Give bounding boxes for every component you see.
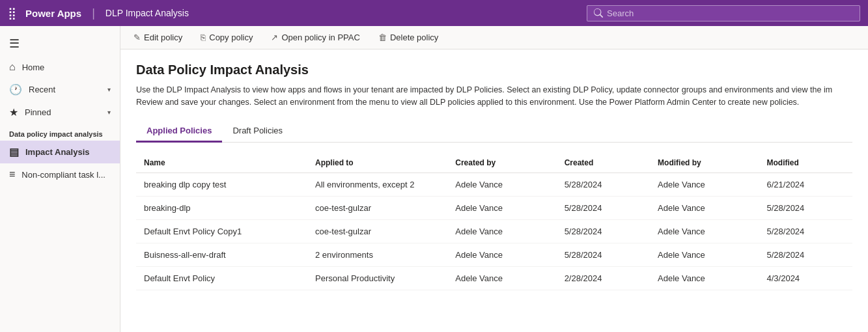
cell-name: Default Envt Policy Copy1 (136, 219, 307, 243)
page-title-nav: DLP Impact Analysis (105, 8, 189, 18)
cell-name[interactable]: breaking dlp copy test (136, 173, 307, 196)
open-ppac-icon: ↗ (271, 33, 278, 42)
edit-icon: ✎ (133, 33, 141, 42)
main-layout: ☰ ⌂ Home 🕐 Recent ▾ ★ Pinned ▾ Data poli… (0, 26, 868, 332)
cell-created-by: Adele Vance (447, 243, 556, 266)
toolbar: ✎ Edit policy ⎘ Copy policy ↗ Open polic… (120, 26, 868, 49)
cell-created: 2/28/2024 (557, 266, 650, 290)
cell-created: 5/28/2024 (557, 243, 650, 266)
open-policy-ppac-button[interactable]: ↗ Open policy in PPAC (268, 31, 362, 44)
sidebar-item-pinned[interactable]: ★ Pinned ▾ (0, 101, 120, 124)
chevron-down-icon-pinned: ▾ (107, 109, 111, 116)
cell-applied-to[interactable]: Personal Productivity (307, 266, 447, 290)
delete-policy-label: Delete policy (390, 33, 438, 42)
cell-created-by: Adele Vance (447, 219, 556, 243)
pinned-icon: ★ (9, 106, 18, 118)
hamburger-button[interactable]: ☰ (0, 31, 120, 56)
cell-created-by: Adele Vance (447, 196, 556, 219)
col-header-name: Name (136, 153, 307, 173)
edit-policy-button[interactable]: ✎ Edit policy (131, 31, 185, 44)
cell-modified: 5/28/2024 (759, 219, 852, 243)
table-row: Buisness-all-env-draft2 environmentsAdel… (136, 243, 852, 266)
page-title: Data Policy Impact Analysis (136, 62, 852, 77)
cell-modified-by: Adele Vance (650, 219, 759, 243)
table-row: Default Envt Policy Copy1coe-test-gulzar… (136, 219, 852, 243)
tab-draft-policies[interactable]: Draft Policies (222, 120, 293, 143)
search-input[interactable] (607, 8, 853, 18)
cell-applied-to: coe-test-gulzar (307, 196, 447, 219)
impact-analysis-icon: ▤ (9, 146, 19, 158)
chevron-down-icon: ▾ (107, 86, 111, 93)
copy-icon: ⎘ (201, 33, 206, 42)
cell-created: 5/28/2024 (557, 173, 650, 196)
top-nav: ⣿ Power Apps | DLP Impact Analysis (0, 0, 868, 26)
cell-created: 5/28/2024 (557, 196, 650, 219)
delete-policy-button[interactable]: 🗑 Delete policy (376, 31, 441, 44)
col-header-applied: Applied to (307, 153, 447, 173)
search-icon (594, 8, 603, 18)
page-description: Use the DLP Impact Analysis to view how … (136, 84, 852, 109)
cell-applied-to[interactable]: All environments, except 2 (307, 173, 447, 196)
recent-icon: 🕐 (9, 83, 22, 96)
tab-applied-policies[interactable]: Applied Policies (136, 120, 222, 143)
sidebar-recent-label: Recent (29, 85, 101, 94)
cell-modified: 6/21/2024 (759, 173, 852, 196)
app-name: Power Apps (25, 8, 81, 19)
main-content: ✎ Edit policy ⎘ Copy policy ↗ Open polic… (120, 26, 868, 332)
cell-modified-by: Adele Vance (650, 173, 759, 196)
copy-policy-label: Copy policy (209, 33, 253, 42)
sidebar-item-home[interactable]: ⌂ Home (0, 56, 120, 78)
open-ppac-label: Open policy in PPAC (281, 33, 359, 42)
table-row: Default Envt PolicyPersonal Productivity… (136, 266, 852, 290)
sidebar-section-label: Data policy impact analysis (0, 124, 120, 141)
sidebar-item-impact-analysis[interactable]: ▤ Impact Analysis (0, 141, 120, 163)
non-compliant-icon: ≡ (9, 169, 15, 180)
cell-name: Buisness-all-env-draft (136, 243, 307, 266)
sidebar-home-label: Home (22, 62, 111, 72)
cell-modified: 5/28/2024 (759, 196, 852, 219)
cell-modified-by: Adele Vance (650, 266, 759, 290)
copy-policy-button[interactable]: ⎘ Copy policy (198, 31, 255, 44)
col-header-modified: Modified (759, 153, 852, 173)
cell-modified-by: Adele Vance (650, 243, 759, 266)
col-header-createdby: Created by (447, 153, 556, 173)
policies-table: Name Applied to Created by Created Modif… (136, 153, 852, 290)
delete-icon: 🗑 (378, 33, 387, 42)
tabs-bar: Applied Policies Draft Policies (136, 120, 852, 143)
cell-name[interactable]: breaking-dlp (136, 196, 307, 219)
cell-modified: 5/28/2024 (759, 243, 852, 266)
edit-policy-label: Edit policy (144, 33, 182, 42)
cell-applied-to: coe-test-gulzar (307, 219, 447, 243)
cell-created: 5/28/2024 (557, 219, 650, 243)
home-icon: ⌂ (9, 61, 16, 73)
cell-created-by: Adele Vance (447, 173, 556, 196)
page-body: Data Policy Impact Analysis Use the DLP … (120, 49, 868, 332)
cell-modified-by: Adele Vance (650, 196, 759, 219)
col-header-created: Created (557, 153, 650, 173)
sidebar-item-recent[interactable]: 🕐 Recent ▾ (0, 78, 120, 101)
cell-name: Default Envt Policy (136, 266, 307, 290)
cell-applied-to: 2 environments (307, 243, 447, 266)
cell-created-by: Adele Vance (447, 266, 556, 290)
cell-modified: 4/3/2024 (759, 266, 852, 290)
sidebar-pinned-label: Pinned (25, 107, 101, 117)
col-header-modifiedby: Modified by (650, 153, 759, 173)
search-bar[interactable] (587, 5, 860, 21)
table-row: breaking-dlpcoe-test-gulzarAdele Vance5/… (136, 196, 852, 219)
sidebar: ☰ ⌂ Home 🕐 Recent ▾ ★ Pinned ▾ Data poli… (0, 26, 120, 332)
waffle-icon[interactable]: ⣿ (8, 6, 16, 20)
sidebar-impact-label: Impact Analysis (25, 147, 111, 157)
sidebar-item-non-compliant[interactable]: ≡ Non-compliant task l... (0, 163, 120, 186)
sidebar-non-compliant-label: Non-compliant task l... (21, 170, 111, 180)
table-row: breaking dlp copy testAll environments, … (136, 173, 852, 196)
nav-separator: | (92, 7, 95, 20)
